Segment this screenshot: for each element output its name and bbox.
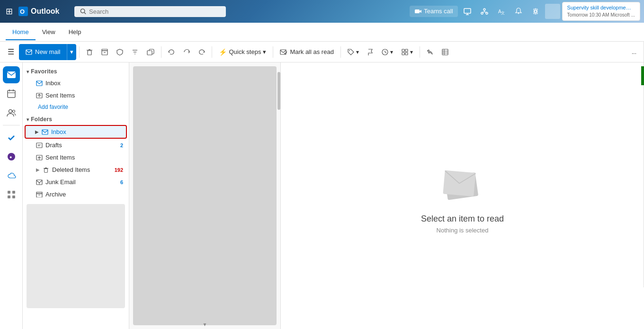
nav-calendar[interactable] bbox=[3, 85, 20, 102]
notif-title: Supervity skill development R... bbox=[567, 4, 634, 11]
svg-rect-60 bbox=[42, 130, 48, 134]
video-icon bbox=[414, 8, 422, 15]
mail-nav-icon bbox=[7, 71, 16, 79]
notification-button[interactable] bbox=[511, 4, 526, 19]
svg-marker-5 bbox=[420, 10, 421, 13]
onedrive-icon bbox=[6, 172, 17, 179]
favorites-collapse-icon: ▾ bbox=[27, 69, 29, 74]
folder-ad-area bbox=[27, 204, 125, 308]
translate-icon: A 文 bbox=[498, 8, 505, 15]
delete-button[interactable] bbox=[82, 44, 97, 60]
svg-point-49 bbox=[9, 110, 12, 113]
table-view-button[interactable] bbox=[438, 44, 452, 60]
undo-button[interactable] bbox=[164, 44, 179, 60]
tab-home[interactable]: Home bbox=[6, 25, 36, 40]
green-accent-bar bbox=[641, 66, 644, 85]
empty-state-illustration bbox=[434, 158, 491, 206]
inbox-icon bbox=[36, 80, 43, 86]
undo2-button[interactable] bbox=[179, 44, 194, 60]
junk-icon bbox=[36, 179, 43, 185]
drafts-icon bbox=[36, 142, 43, 148]
nav-mail[interactable] bbox=[3, 66, 20, 83]
settings-icon bbox=[532, 8, 539, 15]
folder-junk-item[interactable]: Junk Email 6 bbox=[25, 176, 127, 188]
nav-grid[interactable] bbox=[3, 186, 20, 203]
mark-all-read-button[interactable]: Mark all as read bbox=[276, 44, 337, 60]
svg-point-11 bbox=[486, 12, 488, 14]
settings-button[interactable] bbox=[528, 4, 543, 19]
search-input[interactable] bbox=[89, 8, 220, 15]
restore-icon bbox=[427, 49, 433, 55]
waffle-icon[interactable]: ⊞ bbox=[4, 4, 15, 18]
nav-people[interactable] bbox=[3, 104, 20, 121]
view-options-button[interactable]: ▾ bbox=[398, 44, 417, 60]
flag-button[interactable] bbox=[364, 44, 377, 60]
favorites-section[interactable]: ▾ Favorites bbox=[23, 66, 129, 77]
search-box[interactable] bbox=[74, 6, 226, 17]
org-button[interactable] bbox=[477, 4, 492, 19]
archive-folder-icon bbox=[36, 192, 43, 197]
svg-point-71 bbox=[39, 184, 40, 185]
fav-inbox-label: Inbox bbox=[45, 80, 61, 87]
lightning-icon: ⚡ bbox=[219, 48, 227, 56]
main-layout: ● ▾ Favorites I bbox=[0, 62, 644, 329]
outlook-logo-icon: O bbox=[18, 7, 28, 16]
move-button[interactable] bbox=[143, 44, 158, 60]
block-button[interactable] bbox=[113, 44, 127, 60]
svg-rect-40 bbox=[442, 49, 448, 55]
nav-tasks[interactable] bbox=[3, 129, 20, 146]
folder-deleted-item[interactable]: ▶ Deleted Items 192 bbox=[25, 164, 127, 176]
notif-time-text: Tomorrow 10:30 AM bbox=[567, 12, 609, 18]
envelope-check-icon bbox=[280, 49, 287, 55]
translate-button[interactable]: A 文 bbox=[494, 4, 509, 19]
quick-steps-button[interactable]: ⚡ Quick steps ▾ bbox=[215, 44, 270, 60]
hamburger-button[interactable]: ☰ bbox=[4, 44, 18, 60]
folder-inbox-item[interactable]: ▶ Inbox bbox=[25, 125, 127, 139]
quick-steps-dropdown-icon: ▾ bbox=[263, 48, 266, 55]
svg-point-50 bbox=[12, 110, 15, 113]
folder-archive-label: Archive bbox=[45, 191, 66, 198]
svg-point-2 bbox=[80, 9, 84, 13]
folder-drafts-label: Drafts bbox=[45, 142, 62, 149]
new-mail-dropdown-button[interactable]: ▾ bbox=[67, 44, 76, 60]
more-options-button[interactable]: ... bbox=[628, 44, 640, 60]
fav-sent-item[interactable]: Sent Items bbox=[25, 89, 127, 101]
fav-inbox-item[interactable]: Inbox bbox=[25, 77, 127, 89]
folder-archive-item[interactable]: Archive bbox=[25, 188, 127, 200]
present-button[interactable] bbox=[460, 4, 475, 19]
tag-button[interactable]: ▾ bbox=[344, 44, 363, 60]
folders-collapse-icon: ▾ bbox=[27, 117, 29, 122]
folders-section[interactable]: ▾ Folders bbox=[23, 114, 129, 124]
notification-preview[interactable]: Supervity skill development R... Tomorro… bbox=[562, 2, 640, 20]
profile-area bbox=[545, 4, 560, 19]
redo-button[interactable] bbox=[195, 44, 209, 60]
nav-onedrive[interactable] bbox=[3, 167, 20, 184]
folder-drafts-item[interactable]: Drafts 2 bbox=[25, 139, 127, 151]
tab-view[interactable]: View bbox=[36, 25, 62, 40]
restore-button[interactable] bbox=[423, 44, 437, 60]
bell-icon bbox=[515, 8, 522, 15]
scroll-indicator[interactable] bbox=[277, 72, 280, 110]
add-favorite-link[interactable]: Add favorite bbox=[23, 102, 129, 112]
folder-pane: ▾ Favorites Inbox Sent Items Add favorit… bbox=[23, 62, 129, 329]
nav-apps[interactable]: ● bbox=[3, 148, 20, 165]
filter-button[interactable] bbox=[128, 44, 142, 60]
svg-rect-38 bbox=[402, 53, 404, 55]
svg-rect-44 bbox=[7, 71, 16, 78]
svg-rect-6 bbox=[464, 9, 471, 13]
svg-rect-61 bbox=[36, 143, 42, 148]
svg-line-3 bbox=[84, 12, 86, 14]
folder-sent-item[interactable]: Sent Items bbox=[25, 151, 127, 163]
teams-call-button[interactable]: Teams call bbox=[410, 6, 457, 17]
svg-rect-57 bbox=[36, 81, 42, 86]
snooze-button[interactable]: ▾ bbox=[378, 44, 397, 60]
svg-point-32 bbox=[349, 50, 350, 51]
tab-help[interactable]: Help bbox=[62, 25, 88, 40]
svg-rect-53 bbox=[8, 191, 10, 194]
archive-button[interactable] bbox=[98, 44, 112, 60]
view-dropdown-icon: ▾ bbox=[410, 49, 413, 55]
toolbar: ☰ New mail ▾ bbox=[0, 42, 644, 62]
svg-point-10 bbox=[481, 12, 483, 14]
new-mail-button[interactable]: New mail bbox=[19, 44, 67, 60]
delete-icon bbox=[86, 49, 93, 55]
